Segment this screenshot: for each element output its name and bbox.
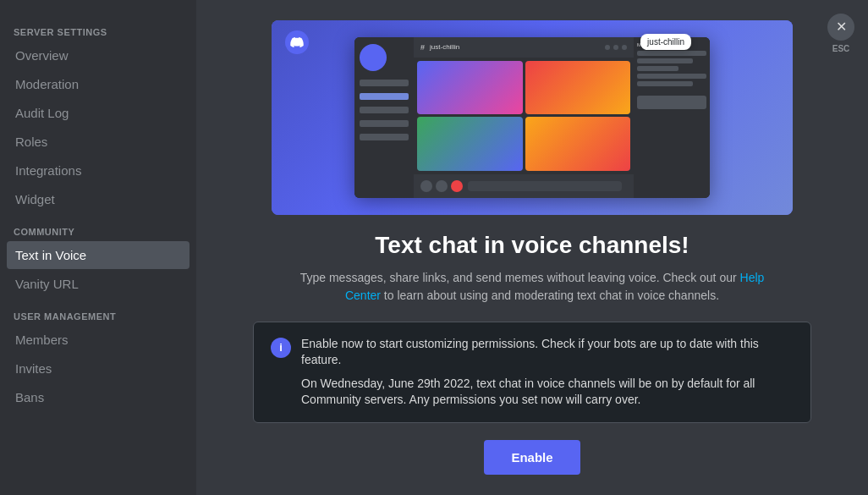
sidebar-item-label: Bans — [15, 390, 44, 404]
sidebar-item-roles[interactable]: Roles — [7, 128, 190, 156]
page-description: Type messages, share links, and send mem… — [295, 269, 769, 305]
sidebar-item-label: Integrations — [15, 163, 81, 178]
info-icon: i — [271, 338, 291, 358]
close-icon: ✕ — [827, 14, 854, 41]
main-content: ✕ ESC just-chillin — [196, 0, 868, 495]
sidebar-item-label: Vanity URL — [15, 277, 79, 291]
speech-bubble-text: just-chillin — [647, 37, 684, 47]
discord-logo-icon — [285, 30, 309, 54]
server-settings-label: SERVER SETTINGS — [7, 20, 190, 41]
close-button[interactable]: ✕ ESC — [827, 14, 854, 53]
sidebar-item-label: Audit Log — [15, 106, 69, 120]
hero-image: just-chillin # just-chillin — [272, 20, 793, 215]
sidebar-item-invites[interactable]: Invites — [7, 355, 190, 382]
sidebar-item-vanity-url[interactable]: Vanity URL — [7, 270, 190, 298]
community-label: COMMUNITY — [7, 220, 190, 240]
sidebar-item-audit-log[interactable]: Audit Log — [7, 99, 190, 127]
sidebar-item-moderation[interactable]: Moderation — [7, 70, 190, 98]
sidebar-item-overview[interactable]: Overview — [7, 41, 190, 69]
sidebar-item-label: Members — [15, 333, 69, 347]
info-line-2: On Wednesday, June 29th 2022, text chat … — [301, 376, 794, 409]
sidebar-item-text-in-voice[interactable]: Text in Voice — [7, 241, 190, 269]
sidebar-item-label: Overview — [15, 48, 69, 63]
close-esc-label: ESC — [832, 44, 850, 53]
sidebar-item-label: Invites — [15, 361, 52, 376]
sidebar-item-label: Roles — [15, 135, 47, 149]
sidebar-item-label: Widget — [15, 192, 55, 206]
enable-button[interactable]: Enable — [484, 440, 580, 475]
sidebar-item-members[interactable]: Members — [7, 326, 190, 354]
sidebar-item-bans[interactable]: Bans — [7, 383, 190, 411]
page-title: Text chat in voice channels! — [375, 232, 689, 259]
description-text-after: to learn about using and moderating text… — [381, 289, 719, 302]
sidebar: SERVER SETTINGS Overview Moderation Audi… — [0, 0, 196, 495]
sidebar-item-label: Moderation — [15, 77, 79, 91]
info-box: i Enable now to start customizing permis… — [253, 322, 811, 423]
sidebar-item-widget[interactable]: Widget — [7, 185, 190, 213]
sidebar-item-label: Text in Voice — [15, 248, 86, 262]
mock-app-window: # just-chillin — [354, 37, 710, 198]
user-management-label: USER MANAGEMENT — [7, 305, 190, 325]
info-text: Enable now to start customizing permissi… — [301, 336, 794, 409]
info-line-1: Enable now to start customizing permissi… — [301, 336, 794, 369]
sidebar-item-integrations[interactable]: Integrations — [7, 157, 190, 184]
description-text-before: Type messages, share links, and send mem… — [300, 271, 740, 284]
speech-bubble: just-chillin — [640, 34, 691, 50]
